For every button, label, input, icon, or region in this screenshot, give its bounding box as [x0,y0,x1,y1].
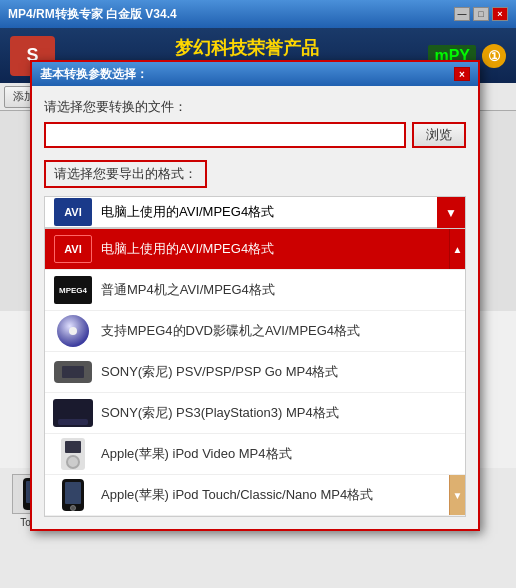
format-item-label-avi-selected: 电脑上使用的AVI/MPEG4格式 [101,240,274,258]
ps3-bottom [58,419,88,425]
format-icon-dvd [53,315,93,347]
format-item-psp[interactable]: SONY(索尼) PSV/PSP/PSP Go MP4格式 [45,352,465,393]
selected-item-icon: AVI [53,196,93,228]
dialog: 基本转换参数选择： × 请选择您要转换的文件： 浏览 请选择您要导出的格式： A… [30,60,480,531]
format-icon-avi-red: AVI [53,233,93,265]
file-input-row: 浏览 [44,122,466,148]
app-header-title: 梦幻科技荣誉产品 [65,36,428,60]
touch-list-button [70,505,76,511]
psp-screen [62,366,84,378]
mpeg4-icon: MPEG4 [54,276,92,304]
format-item-label-ps3: SONY(索尼) PS3(PlayStation3) MP4格式 [101,404,339,422]
format-section-label: 请选择您要导出的格式： [44,160,207,188]
format-item-label-psp: SONY(索尼) PSV/PSP/PSP Go MP4格式 [101,363,338,381]
ipod-video-wheel [66,455,80,469]
app-title: MP4/RM转换专家 白金版 V34.4 [8,6,177,23]
touch-device-icon-list [62,479,84,511]
dialog-titlebar: 基本转换参数选择： × [32,62,478,86]
avi-red-icon: AVI [54,235,92,263]
dropdown-container: AVI 电脑上使用的AVI/MPEG4格式 ▼ AVI 电脑上使用的AVI/MP… [44,196,466,517]
titlebar-controls: — □ × [454,7,508,21]
app-titlebar: MP4/RM转换专家 白金版 V34.4 — □ × [0,0,516,28]
format-icon-ps3 [53,397,93,429]
format-item-ipod-touch[interactable]: Apple(苹果) iPod Touch/Classic/Nano MP4格式 … [45,475,465,516]
format-item-mp4-normal[interactable]: MPEG4 普通MP4机之AVI/MPEG4格式 [45,270,465,311]
ps3-device-icon [53,399,93,427]
format-icon-psp [53,356,93,388]
close-button[interactable]: × [492,7,508,21]
touch-list-screen [65,482,81,504]
dropdown-selected[interactable]: AVI 电脑上使用的AVI/MPEG4格式 ▼ [44,196,466,228]
dropdown-list: AVI 电脑上使用的AVI/MPEG4格式 ▲ MPEG4 普通MP4机之AVI… [44,228,466,517]
format-item-ipod-video[interactable]: Apple(苹果) iPod Video MP4格式 [45,434,465,475]
circle-badge: ① [482,44,506,68]
ipod-video-screen [65,441,81,453]
dialog-body: 请选择您要转换的文件： 浏览 请选择您要导出的格式： AVI 电脑上使用的AVI… [32,86,478,529]
format-item-dvd[interactable]: 支持MPEG4的DVD影碟机之AVI/MPEG4格式 [45,311,465,352]
avi-icon: AVI [54,198,92,226]
browse-button[interactable]: 浏览 [412,122,466,148]
format-icon-mp4: MPEG4 [53,274,93,306]
file-section-label: 请选择您要转换的文件： [44,98,466,116]
format-icon-ipod-touch [53,479,93,511]
format-item-label-ipod-video: Apple(苹果) iPod Video MP4格式 [101,445,292,463]
maximize-button[interactable]: □ [473,7,489,21]
minimize-button[interactable]: — [454,7,470,21]
ipod-video-device-icon [61,438,85,470]
file-input[interactable] [44,122,406,148]
scroll-down-button[interactable]: ▼ [449,475,465,515]
format-item-label-dvd: 支持MPEG4的DVD影碟机之AVI/MPEG4格式 [101,322,360,340]
dvd-disc-icon [57,315,89,347]
dialog-close-button[interactable]: × [454,67,470,81]
scroll-up-button[interactable]: ▲ [449,229,465,269]
format-item-label-mp4: 普通MP4机之AVI/MPEG4格式 [101,281,275,299]
dialog-title: 基本转换参数选择： [40,66,454,83]
format-item-label-ipod-touch: Apple(苹果) iPod Touch/Classic/Nano MP4格式 [101,486,373,504]
dropdown-arrow-icon[interactable]: ▼ [437,197,465,229]
format-item-avi-selected[interactable]: AVI 电脑上使用的AVI/MPEG4格式 ▲ [45,229,465,270]
format-icon-ipod-video [53,438,93,470]
format-item-ps3[interactable]: SONY(索尼) PS3(PlayStation3) MP4格式 [45,393,465,434]
dropdown-selected-text: 电脑上使用的AVI/MPEG4格式 [101,203,274,221]
psp-device-icon [54,361,92,383]
